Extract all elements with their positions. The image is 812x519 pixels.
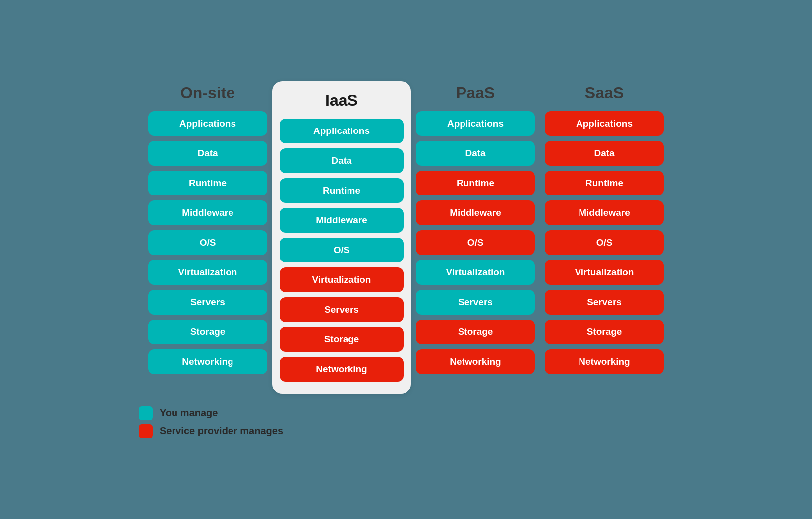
- main-container: On-siteApplicationsDataRuntimeMiddleware…: [0, 66, 812, 453]
- pill-saas-3: Middleware: [545, 200, 664, 225]
- pill-onsite-4: O/S: [148, 230, 267, 255]
- pill-onsite-8: Networking: [148, 349, 267, 374]
- legend-dot-teal: [139, 406, 153, 420]
- legend-container: You manageService provider manages: [139, 406, 283, 438]
- column-header-paas: PaaS: [456, 81, 495, 102]
- pill-paas-8: Networking: [416, 349, 535, 374]
- pill-iaas-5: Virtualization: [280, 267, 404, 292]
- pill-iaas-2: Runtime: [280, 178, 404, 203]
- legend-label-1: Service provider manages: [160, 425, 283, 437]
- pill-paas-0: Applications: [416, 111, 535, 136]
- legend-label-0: You manage: [160, 407, 218, 419]
- pill-saas-2: Runtime: [545, 171, 664, 195]
- column-header-iaas: IaaS: [325, 89, 358, 110]
- pill-paas-2: Runtime: [416, 171, 535, 195]
- pill-paas-1: Data: [416, 141, 535, 166]
- pill-iaas-1: Data: [280, 148, 404, 173]
- legend-item-1: Service provider manages: [139, 424, 283, 438]
- pill-iaas-0: Applications: [280, 119, 404, 143]
- pill-saas-7: Storage: [545, 320, 664, 344]
- columns-wrapper: On-siteApplicationsDataRuntimeMiddleware…: [40, 81, 772, 394]
- pill-paas-6: Servers: [416, 290, 535, 315]
- pill-onsite-2: Runtime: [148, 171, 267, 195]
- pill-saas-8: Networking: [545, 349, 664, 374]
- pill-iaas-7: Storage: [280, 327, 404, 352]
- legend-dot-red: [139, 424, 153, 438]
- pill-paas-3: Middleware: [416, 200, 535, 225]
- pill-saas-5: Virtualization: [545, 260, 664, 285]
- legend-item-0: You manage: [139, 406, 218, 420]
- pill-saas-0: Applications: [545, 111, 664, 136]
- pill-onsite-5: Virtualization: [148, 260, 267, 285]
- pill-saas-4: O/S: [545, 230, 664, 255]
- pill-iaas-4: O/S: [280, 238, 404, 262]
- pill-paas-7: Storage: [416, 320, 535, 344]
- pill-iaas-8: Networking: [280, 357, 404, 382]
- pill-saas-1: Data: [545, 141, 664, 166]
- pill-iaas-3: Middleware: [280, 208, 404, 233]
- column-header-onsite: On-site: [180, 81, 235, 102]
- pill-onsite-7: Storage: [148, 320, 267, 344]
- column-header-saas: SaaS: [585, 81, 624, 102]
- column-saas: SaaSApplicationsDataRuntimeMiddlewareO/S…: [540, 81, 669, 379]
- pill-onsite-3: Middleware: [148, 200, 267, 225]
- column-iaas: IaaSApplicationsDataRuntimeMiddlewareO/S…: [272, 81, 411, 394]
- pill-onsite-1: Data: [148, 141, 267, 166]
- column-onsite: On-siteApplicationsDataRuntimeMiddleware…: [143, 81, 272, 379]
- pill-paas-5: Virtualization: [416, 260, 535, 285]
- pill-saas-6: Servers: [545, 290, 664, 315]
- column-paas: PaaSApplicationsDataRuntimeMiddlewareO/S…: [411, 81, 540, 379]
- pill-iaas-6: Servers: [280, 297, 404, 322]
- pill-onsite-0: Applications: [148, 111, 267, 136]
- pill-onsite-6: Servers: [148, 290, 267, 315]
- pill-paas-4: O/S: [416, 230, 535, 255]
